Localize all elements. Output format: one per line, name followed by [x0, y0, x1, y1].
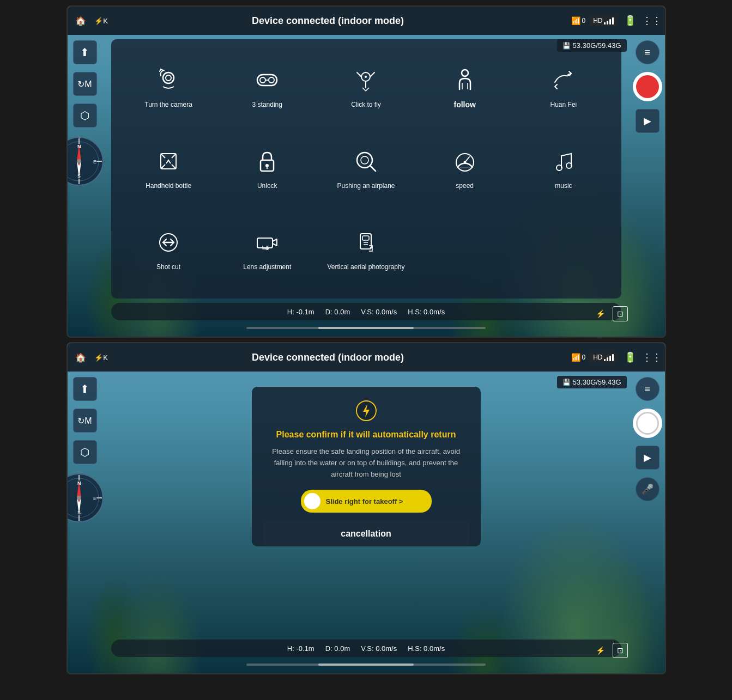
menu-item-speed[interactable]: speed — [418, 131, 511, 207]
menu-item-unlock[interactable]: Unlock — [221, 131, 314, 207]
menu-label-lens: Lens adjustment — [243, 263, 291, 271]
menu-item-lens[interactable]: Lens adjustment — [221, 212, 314, 288]
compass-2: N S W E — [66, 472, 107, 526]
signal-icon: 📶 — [571, 16, 580, 25]
menu-item-shortcut[interactable]: Shot cut — [122, 212, 215, 288]
svg-line-28 — [172, 165, 176, 169]
compass-svg-2: N S W E — [66, 472, 105, 524]
menu-item-pushing[interactable]: Pushing an airplane — [319, 131, 413, 207]
hd-bars-1 — [604, 17, 614, 25]
bar2-3 — [609, 356, 611, 361]
storage-label-1: 53.30G/59.43G — [573, 41, 621, 50]
vspeed-val-2: V.S: 0.0m/s — [361, 644, 397, 653]
shortcut-icon — [155, 229, 182, 259]
mode-icon[interactable]: ⚡K — [93, 12, 110, 29]
svg-point-30 — [265, 164, 269, 167]
hspeed-val-1: H.S: 0.0m/s — [408, 308, 445, 316]
mic-btn-2[interactable]: 🎤 — [636, 477, 660, 501]
menu-label-3standing: 3 standing — [252, 101, 282, 108]
scrollbar-indicator-2 — [318, 664, 414, 666]
svg-point-16 — [260, 77, 265, 83]
storage-label-2: 53.30G/59.43G — [573, 378, 621, 386]
menu-panel-1: Turn the camera 3 standing Click to fly … — [111, 39, 621, 299]
svg-point-8 — [77, 159, 81, 163]
menu-label-shortcut: Shot cut — [156, 263, 180, 271]
gallery-btn-1[interactable]: ▶ — [636, 109, 660, 133]
confirm-flash-icon — [355, 400, 377, 427]
hamburger-btn-1[interactable]: ≡ — [636, 40, 660, 64]
speed-icon — [452, 148, 478, 178]
return-home-btn-2[interactable]: ↻M — [73, 409, 97, 433]
status-bar-icons-1: ⚡ ⊡ — [593, 306, 628, 321]
takeoff-btn-2[interactable]: ⬆ — [73, 377, 97, 401]
clickfly-icon — [353, 67, 379, 96]
svg-text:S: S — [77, 173, 81, 179]
gallery-btn-2[interactable]: ▶ — [636, 446, 660, 470]
hamburger-btn-2[interactable]: ≡ — [636, 377, 660, 401]
cancel-btn[interactable]: cancellation — [263, 521, 470, 546]
status-bar-2: H: -0.1m D: 0.0m V.S: 0.0m/s H.S: 0.0m/s — [111, 640, 621, 657]
bar3 — [609, 19, 611, 25]
mode-icon-2[interactable]: ⚡K — [93, 349, 110, 366]
lens-icon — [254, 229, 280, 259]
home-icon[interactable]: 🏠 — [72, 12, 89, 29]
svg-point-20 — [365, 76, 367, 78]
svg-line-26 — [172, 154, 176, 158]
cube-btn[interactable]: ⬡ — [73, 104, 97, 127]
left-sidebar-2: ⬆ ↻M ⬡ N S W E — [68, 372, 102, 673]
menu-label-follow: follow — [453, 100, 475, 109]
menu-item-follow[interactable]: follow — [418, 50, 511, 126]
svg-text:N: N — [77, 144, 81, 149]
takeoff-btn[interactable]: ⬆ — [73, 40, 97, 64]
right-sidebar-2: ≡ ▶ 🎤 — [630, 372, 665, 673]
header-title-2: Device connected (indoor mode) — [116, 352, 541, 363]
menu-item-handheld[interactable]: Handheld bottle — [122, 131, 215, 207]
menu-label-pushing: Pushing an airplane — [337, 182, 395, 190]
menu-item-clickfly[interactable]: Click to fly — [319, 50, 413, 126]
huanfei-icon — [550, 67, 577, 96]
menu-item-3standing[interactable]: 3 standing — [221, 50, 314, 126]
storage-icon-1: 💾 — [562, 42, 571, 50]
flash-status-icon-2: ⚡ — [593, 643, 608, 658]
height-val-1: H: -0.1m — [287, 308, 314, 316]
confirm-title: Please confirm if it will automatically … — [276, 430, 456, 440]
camera-rotate-icon — [155, 67, 182, 96]
menu-label-handheld: Handheld bottle — [146, 182, 191, 190]
flash-status-icon-1: ⚡ — [593, 306, 608, 321]
svg-point-17 — [269, 77, 274, 83]
music-icon — [550, 148, 577, 178]
menu-item-huanfei[interactable]: Huan Fei — [517, 50, 610, 126]
menu-label-vertical: Vertical aerial photography — [327, 263, 404, 271]
scan-icon-1[interactable]: ⊡ — [613, 306, 628, 321]
signal-label-2: 0 — [582, 354, 585, 361]
cube-btn-2[interactable]: ⬡ — [73, 440, 97, 464]
menu-item-music[interactable]: music — [517, 131, 610, 207]
more-icon-1[interactable]: ⋮⋮ — [643, 12, 661, 29]
left-sidebar-1: ⬆ ↻M ⬡ N S W E — [68, 35, 102, 337]
storage-badge-2: 💾 53.30G/59.43G — [557, 376, 627, 388]
record-btn-1[interactable] — [633, 72, 662, 101]
scrollbar-2 — [246, 664, 485, 666]
svg-line-27 — [161, 165, 165, 169]
menu-item-vertical[interactable]: Vertical aerial photography — [319, 212, 413, 288]
bar1 — [604, 22, 606, 25]
record-btn-2[interactable] — [633, 409, 662, 438]
handheld-icon — [155, 148, 182, 178]
bar2 — [607, 21, 608, 25]
return-home-btn[interactable]: ↻M — [73, 72, 97, 96]
battery-icon-1: 🔋 — [621, 12, 639, 29]
svg-line-34 — [370, 166, 376, 171]
slide-label: Slide right for takeoff > — [326, 497, 403, 506]
more-icon-2[interactable]: ⋮⋮ — [643, 349, 661, 366]
slide-takeoff-btn[interactable]: Slide right for takeoff > — [301, 490, 432, 513]
record-inner-2 — [636, 412, 659, 435]
header-right-1: 📶 0 HD 🔋 ⋮⋮ — [541, 12, 661, 29]
bar4 — [612, 17, 614, 25]
svg-rect-45 — [362, 236, 369, 240]
scan-icon-2[interactable]: ⊡ — [613, 643, 628, 658]
menu-item-camera[interactable]: Turn the camera — [122, 50, 215, 126]
hd-label-1: HD — [593, 17, 602, 25]
home-icon-2[interactable]: 🏠 — [72, 349, 89, 366]
svg-line-25 — [161, 154, 165, 158]
right-sidebar-1: ≡ ▶ — [630, 35, 665, 337]
